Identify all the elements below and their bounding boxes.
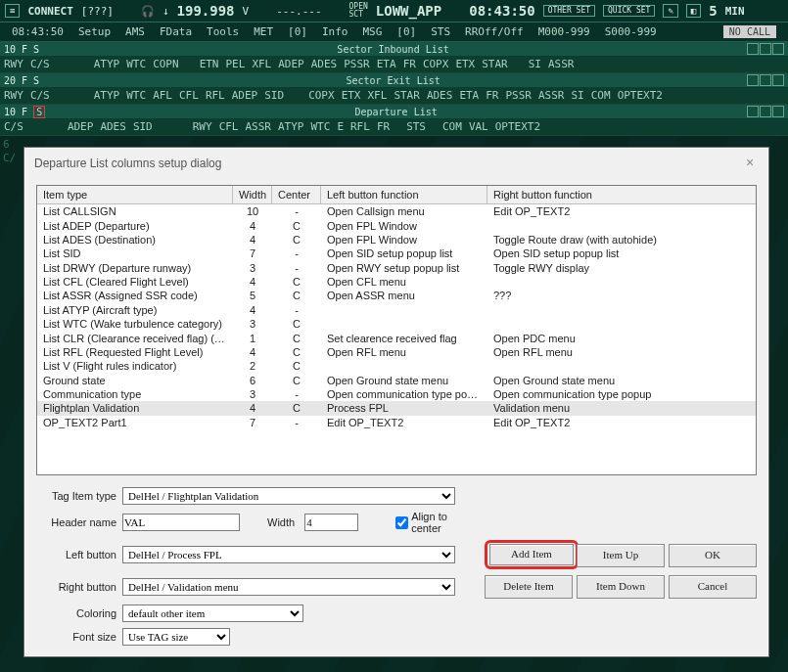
table-row[interactable]: Flightplan Validation4CProcess FPLValida… [37,401,756,415]
ok-button[interactable]: OK [669,544,757,567]
delete-item-button[interactable]: Delete Item [485,575,573,599]
table-row[interactable]: List ADEP (Departure)4COpen FPL Window [37,218,756,232]
tag-item-type-label: Tag Item type [36,490,122,502]
table-row[interactable]: List V (Flight rules indicator)2C [37,359,756,373]
table-row[interactable]: List CALLSIGN10-Open Callsign menuEdit O… [37,204,756,218]
tag-item-type-select[interactable]: DelHel / Flightplan Validation [122,487,455,505]
table-row[interactable]: Ground state6COpen Ground state menuOpen… [37,374,756,387]
sector-exit-list: 20 F S Sector Exit List RWYC/S ATYPWTCAF… [0,73,788,105]
tool-icon-2[interactable]: ◧ [686,4,701,18]
item-up-button[interactable]: Item Up [577,544,665,567]
menu-setup[interactable]: Setup [78,25,111,38]
status-clock: 08:43:50 [469,3,534,19]
menu-mrange[interactable]: M000-999 [538,25,590,38]
close-icon[interactable]: × [741,155,759,172]
connect-label[interactable]: CONNECT [27,5,72,18]
digit-5: 5 [709,3,717,19]
col-width[interactable]: Width [233,186,272,203]
menu-ams[interactable]: AMS [125,25,145,38]
inbound-title: Sector Inbound List [39,44,747,55]
columns-grid: Item type Width Center Left button funct… [36,185,757,475]
coloring-select[interactable]: default other item [122,605,303,622]
tool-icon-1[interactable]: ✎ [663,4,677,18]
dep-s-badge[interactable]: S [33,106,45,118]
align-center-input[interactable] [395,516,408,529]
font-size-label: Font size [36,631,122,643]
menu-rroff[interactable]: RROff/Off [465,25,524,38]
maximize-icon[interactable] [760,43,771,55]
dialog-title-text: Departure List columns setup dialog [34,157,221,170]
table-row[interactable]: List ADES (Destination)4COpen FPL Window… [37,233,756,246]
menu-info[interactable]: Info [322,25,348,38]
menu-tools[interactable]: Tools [207,25,239,38]
col-item-type[interactable]: Item type [37,186,233,203]
bg-label-6: 6 [3,138,10,151]
menu-sts[interactable]: STS [431,25,450,38]
table-row[interactable]: List SID7-Open SID setup popup listOpen … [37,246,756,260]
minimize-icon[interactable] [747,74,759,86]
table-row[interactable]: List RFL (Requested Flight Level)4COpen … [37,345,756,359]
table-row[interactable]: OP_TEXT2 Part17-Edit OP_TEXT2Edit OP_TEX… [37,416,756,429]
sct-label: SCT [349,11,368,19]
menu-fdata[interactable]: FData [160,25,192,38]
exit-tag: 20 F S [4,75,39,86]
dep-header-row: C/S ADEPADESSID RWYCFLASSR ATYPWTCE RFLF… [0,118,788,136]
bg-label-cs: C/ [3,152,16,164]
table-row[interactable]: List ATYP (Aircraft type)4- [37,303,756,317]
dep-title: Departure List [45,107,747,117]
menu-met-badge: [0] [288,25,307,38]
item-down-button[interactable]: Item Down [577,575,665,599]
other-set[interactable]: OTHER SET [543,5,595,17]
table-row[interactable]: Communication type3-Open communication t… [37,387,756,401]
top-status-bar: ≡ CONNECT [???] 🎧 ↓ 199.998 V ---.--- OP… [0,0,788,22]
minimize-icon[interactable] [747,106,759,117]
minimize-icon[interactable] [747,43,759,55]
grid-header: Item type Width Center Left button funct… [37,186,756,204]
exit-title: Sector Exit List [39,75,747,86]
right-button-select[interactable]: DelHel / Validation menu [122,578,455,596]
quick-set[interactable]: QUICK SET [603,5,655,17]
maximize-icon[interactable] [760,74,771,86]
maximize-icon[interactable] [760,106,771,117]
header-name-input[interactable] [122,514,240,531]
col-left-fn[interactable]: Left button function [321,186,487,203]
header-name-label: Header name [36,516,122,528]
font-size-select[interactable]: Use TAG size [122,628,230,646]
menu-msg-badge: [0] [396,25,416,38]
sector-inbound-list: 10 F S Sector Inbound List RWYC/S ATYPWT… [0,42,788,73]
menu-icon[interactable]: ≡ [5,4,20,18]
no-call-badge: NO CALL [723,25,776,38]
arrow-down-icon: ↓ [162,5,169,18]
width-input[interactable] [304,514,358,531]
secondary-freq: ---.--- [276,5,321,18]
menu-srange[interactable]: S000-999 [605,25,657,38]
left-button-select[interactable]: DelHel / Process FPL [122,546,455,563]
close-icon[interactable] [772,106,784,117]
menu-met[interactable]: MET [254,25,273,38]
align-center-checkbox[interactable]: Align to center [395,511,455,534]
connect-state: [???] [81,5,114,18]
add-item-highlight: Add Item [485,540,579,569]
dep-tag: 10 F S [4,107,45,117]
menu-clock: 08:43:50 [12,25,64,38]
table-row[interactable]: List DRWY (Departure runway)3-Open RWY s… [37,261,756,275]
cancel-button[interactable]: Cancel [669,575,757,599]
table-row[interactable]: List ASSR (Assigned SSR code)5COpen ASSR… [37,289,756,302]
freq-v: V [243,5,250,18]
dialog-title-bar[interactable]: Departure List columns setup dialog × [24,148,768,179]
table-row[interactable]: List CLR (Clearance received flag) (shor… [37,331,756,344]
menu-msg[interactable]: MSG [362,25,382,38]
close-icon[interactable] [772,74,784,86]
main-menu-bar: 08:43:50 Setup AMS FData Tools MET [0] I… [0,22,788,42]
right-button-label: Right button [36,581,122,593]
left-button-label: Left button [36,549,122,560]
col-center[interactable]: Center [272,186,321,203]
col-right-fn[interactable]: Right button function [487,186,756,203]
headset-icon: 🎧 [141,5,155,18]
add-item-button[interactable]: Add Item [489,544,574,565]
table-row[interactable]: List CFL (Cleared Flight Level)4COpen CF… [37,275,756,289]
close-icon[interactable] [772,43,784,55]
table-row[interactable]: List WTC (Wake turbulence category)3C [37,317,756,331]
departure-list: 10 F S Departure List C/S ADEPADESSID RW… [0,105,788,136]
frequency-value: 199.998 [177,3,235,19]
